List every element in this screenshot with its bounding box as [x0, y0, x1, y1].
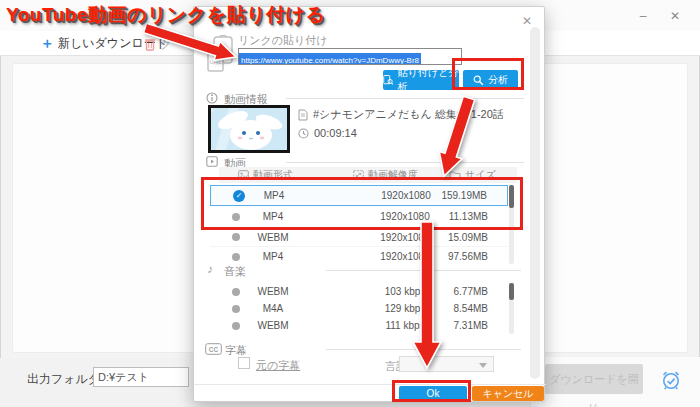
size-cell: 15.09MB — [388, 228, 488, 246]
column-resolution: 動画解像度 — [353, 168, 418, 182]
column-format: 動画形式 — [238, 168, 293, 182]
format-cell: MP4 — [241, 186, 307, 205]
paste-and-analyze-label: 貼り付けと分析 — [397, 66, 459, 94]
size-cell: 97.56MB — [388, 247, 488, 266]
video-section-icon — [206, 156, 218, 167]
paste-link-title: リンクの貼り付け — [238, 33, 328, 48]
cancel-button[interactable]: キャンセル — [472, 386, 544, 401]
svg-text:CC: CC — [209, 346, 219, 353]
music-note-icon: ♪ — [207, 262, 213, 276]
info-icon — [206, 92, 218, 104]
audio-section-title: 音楽 — [224, 264, 246, 279]
minimize-icon[interactable]: – — [630, 6, 656, 26]
size-cell: 11.13MB — [388, 206, 488, 227]
format-cell: WEBM — [240, 228, 306, 246]
scrollbar-thumb[interactable] — [509, 283, 514, 300]
format-cell: MP4 — [240, 206, 306, 227]
scrollbar-thumb[interactable] — [509, 185, 514, 208]
size-cell: 159.19MB — [387, 186, 487, 205]
folder-icon — [449, 170, 461, 180]
video-row[interactable]: WEBM 1920x1080 15.09MB — [210, 228, 508, 247]
divider — [286, 162, 524, 163]
format-cell: MP4 — [240, 247, 306, 266]
url-paste-icon: URL — [206, 35, 234, 77]
thumbnail-art — [211, 108, 287, 150]
radio-icon[interactable] — [232, 305, 240, 313]
radio-icon[interactable] — [232, 233, 240, 241]
analyze-button[interactable]: 分析 — [463, 70, 518, 90]
divider — [326, 270, 521, 271]
original-subtitle-checkbox[interactable] — [238, 357, 250, 369]
column-size-label: サイズ — [465, 168, 496, 182]
cc-icon: CC — [205, 343, 222, 355]
audio-row[interactable]: M4A 129 kbps 8.54MB — [210, 300, 508, 317]
video-thumbnail — [208, 105, 290, 153]
video-row[interactable]: MP4 1920x1080 11.13MB — [210, 206, 508, 227]
footer-divider — [194, 384, 546, 385]
radio-icon[interactable] — [232, 213, 240, 221]
language-dropdown[interactable] — [399, 356, 494, 372]
format-cell: M4A — [240, 300, 306, 317]
plus-icon: ＋ — [40, 36, 54, 50]
video-title-row: #シナモンアニメだもん 総集編 1-20話 — [298, 107, 504, 122]
audio-row[interactable]: WEBM 111 kbps 7.31MB — [210, 317, 508, 334]
url-selected-text: https://www.youtube.com/watch?v=JDmDwwy-… — [239, 53, 421, 65]
radio-icon[interactable] — [232, 253, 240, 261]
video-duration-text: 00:09:14 — [314, 127, 357, 139]
alarm-clock-icon — [659, 368, 683, 392]
column-size: サイズ — [449, 168, 496, 182]
url-input[interactable]: https://www.youtube.com/watch?v=JDmDwwy-… — [238, 48, 462, 65]
chevron-down-icon — [479, 363, 487, 368]
size-cell: 6.77MB — [388, 283, 488, 300]
column-format-label: 動画形式 — [253, 168, 293, 182]
subtitle-section-title: 字幕 — [225, 343, 247, 358]
document-icon — [298, 109, 308, 121]
video-row[interactable]: MP4 1920x1080 97.56MB — [210, 247, 508, 266]
trash-icon[interactable] — [144, 37, 156, 51]
ok-button[interactable]: Ok — [399, 386, 467, 401]
svg-text:URL: URL — [209, 59, 222, 65]
format-icon — [238, 170, 249, 180]
output-folder-input[interactable]: D:¥テスト — [93, 367, 189, 387]
scheduler-button[interactable] — [656, 366, 686, 394]
annotation-banner: YouTube動画のリンクを貼り付ける — [6, 2, 326, 28]
video-title-text: #シナモンアニメだもん 総集編 1-20話 — [313, 107, 504, 122]
video-duration-row: 00:09:14 — [298, 127, 357, 139]
radio-icon[interactable] — [232, 288, 240, 296]
dialog-close-icon[interactable]: ✕ — [522, 14, 532, 28]
video-table-scrollbar[interactable] — [509, 185, 514, 264]
video-table-header: 動画形式 動画解像度 サイズ — [219, 167, 517, 183]
video-row-selected[interactable]: ✓ MP4 1920x1080 159.19MB — [210, 185, 508, 206]
audio-table-scrollbar[interactable] — [509, 283, 514, 334]
search-icon — [473, 75, 484, 86]
size-cell: 7.31MB — [388, 317, 488, 334]
format-cell: WEBM — [240, 317, 306, 334]
size-cell: 8.54MB — [388, 300, 488, 317]
clear-list-label[interactable]: ク — [160, 37, 171, 52]
format-cell: WEBM — [240, 283, 306, 300]
paste-analyze-icon — [383, 74, 393, 86]
close-icon[interactable]: ✕ — [662, 6, 688, 26]
audio-row[interactable]: WEBM 103 kbps 6.77MB — [210, 283, 508, 300]
app-screenshot: – ✕ ＋ 新しいダウンロード ク 出力フォルダ： D:¥テスト ダウンロードを… — [0, 0, 700, 407]
dialog-scrollbar[interactable] — [530, 27, 540, 379]
resolution-icon — [353, 170, 364, 180]
column-resolution-label: 動画解像度 — [368, 168, 418, 182]
divider — [286, 98, 524, 99]
radio-icon[interactable] — [232, 322, 240, 330]
paste-and-analyze-button[interactable]: 貼り付けと分析 — [383, 70, 459, 90]
start-download-button[interactable]: ダウンロードを開始 — [545, 364, 643, 394]
paste-link-dialog: ✕ URL リンクの貼り付け https://www.youtube.com/w… — [193, 6, 545, 402]
original-subtitle-label[interactable]: 元の字幕 — [256, 358, 300, 373]
clock-icon — [298, 128, 309, 139]
analyze-label: 分析 — [488, 73, 508, 87]
divider — [326, 349, 521, 350]
